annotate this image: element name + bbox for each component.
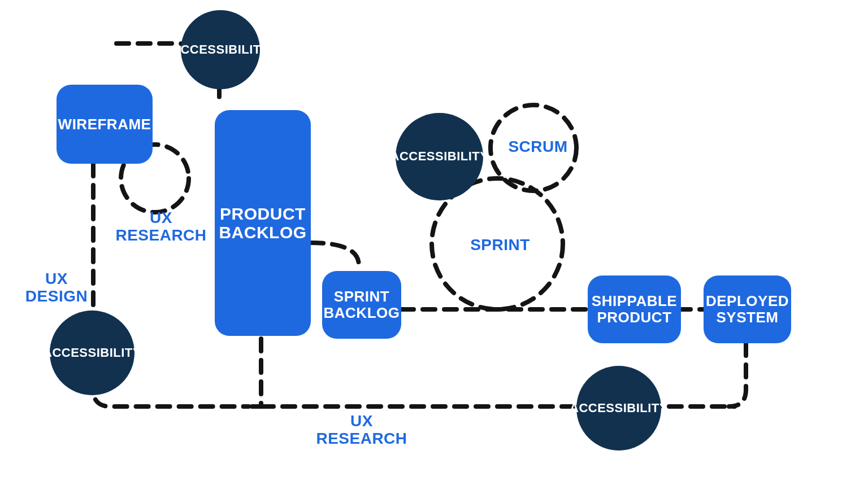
label-ux-research-top-l1: UX: [113, 209, 209, 226]
label-ux-research-bottom-l2: RESEARCH: [308, 430, 415, 447]
label-sprint-backlog-l2: BACKLOG: [324, 305, 400, 321]
node-shippable-product: SHIPPABLE PRODUCT: [588, 276, 681, 343]
label-scrum-text: SCRUM: [508, 138, 567, 155]
node-deployed-system: DEPLOYED SYSTEM: [704, 276, 791, 343]
label-ux-design-l2: DESIGN: [23, 287, 90, 305]
node-wireframe: WIREFRAME: [57, 85, 153, 164]
label-deployed-l1: DEPLOYED: [706, 293, 789, 309]
label-ux-design: UX DESIGN: [23, 270, 90, 305]
label-ux-research-bottom: UX RESEARCH: [308, 412, 415, 448]
node-accessibility-bottom: ACCESSIBILITY: [576, 366, 661, 451]
node-accessibility-left: ACCESSIBILITY: [50, 311, 134, 395]
label-ux-research-bottom-l1: UX: [308, 412, 415, 430]
label-accessibility-mid: ACCESSIBILITY: [390, 150, 489, 163]
label-accessibility-top: ACCESSIBILITY: [171, 43, 270, 56]
node-accessibility-mid: ACCESSIBILITY: [396, 113, 483, 200]
label-ux-research-top: UX RESEARCH: [113, 209, 209, 244]
label-deployed-l2: SYSTEM: [706, 309, 789, 326]
label-ux-design-l1: UX: [23, 270, 90, 287]
label-sprint-text: SPRINT: [470, 236, 530, 253]
label-accessibility-left: ACCESSIBILITY: [43, 346, 141, 360]
label-sprint-backlog-l1: SPRINT: [324, 288, 400, 305]
label-shippable-l2: PRODUCT: [592, 309, 677, 326]
label-accessibility-bottom: ACCESSIBILITY: [570, 401, 668, 415]
label-sprint: SPRINT: [463, 236, 537, 253]
label-ux-research-top-l2: RESEARCH: [113, 226, 209, 244]
label-scrum: SCRUM: [504, 138, 572, 155]
label-product-backlog-l1: PRODUCT: [219, 204, 306, 223]
label-wireframe: WIREFRAME: [58, 116, 151, 133]
node-sprint-backlog: SPRINT BACKLOG: [322, 271, 401, 339]
label-product-backlog-l2: BACKLOG: [219, 223, 306, 242]
label-shippable-l1: SHIPPABLE: [592, 293, 677, 309]
node-product-backlog: PRODUCT BACKLOG: [215, 110, 311, 336]
agile-ux-accessibility-diagram: WIREFRAME PRODUCT BACKLOG SPRINT BACKLOG…: [0, 0, 868, 481]
node-accessibility-top: ACCESSIBILITY: [181, 10, 260, 89]
